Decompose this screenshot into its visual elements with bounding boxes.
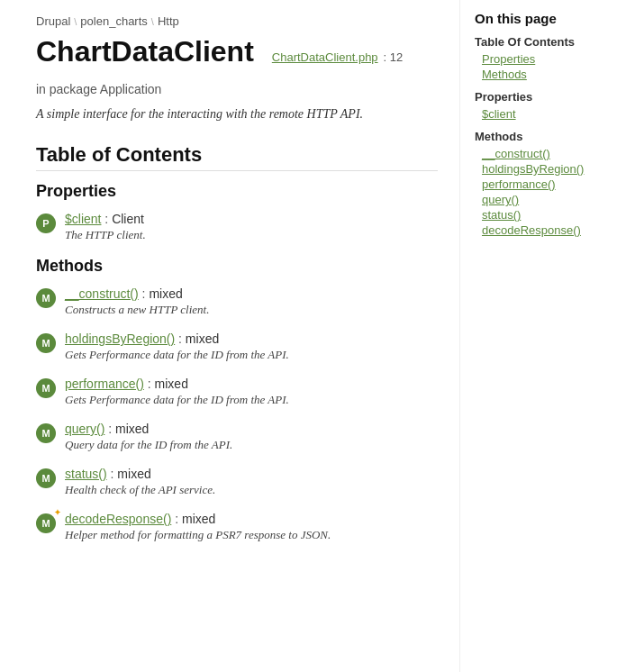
method-decode-link[interactable]: decodeResponse() [65,512,171,526]
method-badge-decode: M [36,513,56,533]
method-status-link[interactable]: status() [65,467,107,481]
sidebar-toc-properties[interactable]: Properties [482,52,607,66]
method-performance-desc: Gets Performance data for the ID from th… [65,393,438,407]
page-subtitle: in package Application [36,82,438,96]
property-client-desc: The HTTP client. [65,228,438,242]
method-query-desc: Query data for the ID from the API. [65,438,438,452]
method-badge-construct: M [36,288,56,308]
breadcrumb-item-http[interactable]: Http [158,14,179,28]
breadcrumb-sep-1: \ [74,16,77,27]
methods-heading: Methods [36,257,438,276]
property-client-signature: $client : Client [65,212,438,226]
breadcrumb-item-polen[interactable]: polen_charts [80,14,147,28]
method-performance-link[interactable]: performance() [65,377,144,391]
method-item-performance: M performance() : mixed Gets Performance… [36,377,438,407]
method-construct-content: __construct() : mixed Constructs a new H… [65,286,438,317]
method-query-content: query() : mixed Query data for the ID fr… [65,422,438,452]
sidebar-method-holdings[interactable]: holdingsByRegion() [482,162,607,176]
sidebar-methods-section: Methods [475,130,607,143]
method-query-sep: : [108,422,115,436]
sidebar-method-query[interactable]: query() [482,193,607,206]
breadcrumb: Drupal \ polen_charts \ Http [36,14,438,28]
sidebar-toc-methods[interactable]: Methods [482,68,607,81]
method-item-construct: M __construct() : mixed Constructs a new… [36,286,438,317]
page-description: A simple interface for the interacting w… [36,107,438,122]
method-holdings-sep: : [178,331,186,346]
method-badge-holdings: M [36,333,56,353]
method-decode-sep: : [175,512,182,526]
method-holdings-type: mixed [186,331,219,346]
method-construct-link[interactable]: __construct() [65,286,139,301]
sidebar: On this page Table Of Contents Propertie… [459,0,621,672]
method-performance-type: mixed [155,377,188,391]
property-client-link[interactable]: $client [65,212,101,226]
method-decode-type: mixed [182,512,215,526]
method-query-link[interactable]: query() [65,422,104,436]
property-client-type: Client [112,212,144,226]
sidebar-method-status[interactable]: status() [482,208,607,222]
method-decode-desc: Helper method for formatting a PSR7 resp… [65,528,438,542]
method-status-type: mixed [117,467,150,481]
sidebar-method-construct[interactable]: __construct() [482,147,607,160]
method-decode-signature: decodeResponse() : mixed [65,512,438,526]
method-item-status: M status() : mixed Health check of the A… [36,467,438,497]
main-content: Drupal \ polen_charts \ Http ChartDataCl… [0,0,459,672]
method-item-holdings: M holdingsByRegion() : mixed Gets Perfor… [36,331,438,362]
property-item-client: P $client : Client The HTTP client. [36,212,438,242]
method-holdings-signature: holdingsByRegion() : mixed [65,331,438,346]
method-performance-content: performance() : mixed Gets Performance d… [65,377,438,407]
method-holdings-link[interactable]: holdingsByRegion() [65,331,175,346]
method-item-decode: M decodeResponse() : mixed Helper method… [36,512,438,542]
property-client-content: $client : Client The HTTP client. [65,212,438,242]
method-status-content: status() : mixed Health check of the API… [65,467,438,497]
toc-heading: Table of Contents [36,143,438,171]
method-badge-query: M [36,423,56,443]
method-status-signature: status() : mixed [65,467,438,481]
method-query-type: mixed [115,422,149,436]
method-badge-status: M [36,468,56,488]
property-badge-p: P [36,213,56,233]
method-construct-type: mixed [149,286,182,301]
file-link[interactable]: ChartDataClient.php [272,50,378,64]
method-holdings-content: holdingsByRegion() : mixed Gets Performa… [65,331,438,362]
sidebar-toc-section: Table Of Contents [475,35,607,49]
breadcrumb-sep-2: \ [151,16,154,27]
method-performance-signature: performance() : mixed [65,377,438,391]
method-decode-content: decodeResponse() : mixed Helper method f… [65,512,438,542]
method-status-desc: Health check of the API service. [65,483,438,497]
method-construct-signature: __construct() : mixed [65,286,438,301]
method-performance-sep: : [148,377,155,391]
page-title: ChartDataClient [36,35,254,68]
sidebar-prop-client[interactable]: $client [482,107,607,121]
sidebar-method-performance[interactable]: performance() [482,177,607,191]
sidebar-properties-section: Properties [475,90,607,104]
sidebar-method-decode[interactable]: decodeResponse() [482,223,607,237]
file-line: : 12 [384,50,404,64]
sidebar-on-this-page: On this page [475,11,607,26]
method-holdings-desc: Gets Performance data for the ID from th… [65,348,438,362]
breadcrumb-item-drupal[interactable]: Drupal [36,14,70,28]
method-item-query: M query() : mixed Query data for the ID … [36,422,438,452]
method-query-signature: query() : mixed [65,422,438,436]
property-client-sep: : [104,212,112,226]
method-construct-desc: Constructs a new HTTP client. [65,303,438,317]
properties-heading: Properties [36,182,438,201]
method-badge-performance: M [36,378,56,398]
file-link-row: ChartDataClient.php : 12 [272,50,403,64]
